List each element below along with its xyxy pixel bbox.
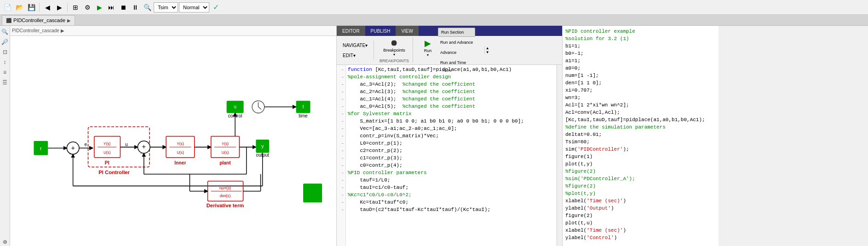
- run-label: Run: [424, 48, 432, 53]
- editor-area: EDITOR PUBLISH VIEW NAVIGATE ▾ EDIT ▾: [337, 26, 562, 246]
- mode-dropdown[interactable]: Normal: [179, 2, 209, 12]
- svg-text:y: y: [261, 143, 264, 149]
- new-btn[interactable]: 📄: [2, 2, 13, 13]
- back-btn[interactable]: ◀: [42, 2, 53, 13]
- breakpoints-btn[interactable]: ⏺ Breakpoints ▾: [380, 37, 408, 58]
- save-btn[interactable]: 💾: [26, 2, 37, 13]
- svg-text:U(s): U(s): [177, 151, 184, 155]
- editor-ribbon: NAVIGATE ▾ EDIT ▾ ⏺ Breakp: [337, 36, 562, 65]
- simulink-icon: ⬛: [6, 18, 11, 23]
- fit-icon[interactable]: ⊡: [1, 48, 9, 56]
- line-numbers: - - - - - - - - - - - - - - - - - - - -: [337, 65, 346, 246]
- svg-rect-52: [303, 183, 322, 202]
- stop-btn[interactable]: ⏹: [118, 2, 129, 13]
- bp-arrow: ▾: [393, 53, 395, 57]
- arrow-icon[interactable]: ↕: [1, 58, 9, 66]
- zoom-btn[interactable]: 🔍: [142, 2, 153, 13]
- main-content: 🔍 🔎 ⊡ ↕ ≡ ☰ ⊕ PIDController_cascade ▶ r: [0, 26, 868, 246]
- check-icon: ✓: [210, 2, 221, 13]
- ln: -: [337, 125, 344, 132]
- nav-arrow: ▾: [365, 43, 368, 48]
- run-arrow: ▾: [427, 53, 429, 57]
- grid-btn[interactable]: ⊞: [70, 2, 81, 13]
- open-btn[interactable]: 📂: [14, 2, 25, 13]
- simulink-tab[interactable]: ⬛ PIDController_cascade ▶: [2, 15, 75, 25]
- bottom-icon[interactable]: ⊕: [1, 238, 9, 246]
- advance-label: Advance: [440, 50, 456, 55]
- sep1: [39, 3, 40, 12]
- layers-icon[interactable]: ☰: [1, 78, 9, 87]
- main-toolbar: 📄 📂 💾 ◀ ▶ ⊞ ⚙ ▶ ⏭ ⏹ ⏸ 🔍 Tsim Normal ✓: [0, 0, 868, 15]
- editor-content: - - - - - - - - - - - - - - - - - - - -: [337, 65, 562, 246]
- code-editor[interactable]: function [Kc,tauI,tauD,tauf]=pidplace(a1…: [346, 65, 557, 246]
- right-panel: %PID controller example %solution for 3.…: [562, 26, 719, 246]
- svg-text:Y(s): Y(s): [222, 142, 229, 146]
- svg-text:u: u: [125, 142, 128, 147]
- sep2: [67, 3, 68, 12]
- ln: -: [337, 199, 344, 206]
- step-btn[interactable]: ⏭: [106, 2, 117, 13]
- hide-icon[interactable]: ≡: [1, 68, 9, 76]
- ln: -: [337, 88, 344, 95]
- navigate-group: NAVIGATE ▾ EDIT ▾: [340, 41, 374, 60]
- svg-text:-: -: [69, 152, 71, 156]
- run-section-label: Run Section: [441, 30, 464, 35]
- bp-btn-group: ⏺ Breakpoints ▾: [380, 37, 408, 58]
- ln: -: [337, 117, 344, 125]
- ln: -: [337, 110, 344, 117]
- svg-text:PI: PI: [105, 160, 109, 165]
- edit-arrow: ▾: [353, 53, 356, 58]
- ribbon-scroll[interactable]: ▲ ▼: [484, 46, 490, 54]
- ln: -: [337, 191, 344, 199]
- canvas-area: PIDController_cascade ▶ r + - PI Contr: [10, 26, 337, 246]
- navigate-label: NAVIGATE: [343, 43, 365, 48]
- view-tab[interactable]: VIEW: [396, 26, 419, 36]
- ln: -: [337, 103, 344, 110]
- breakpoints-icon: ⏺: [390, 38, 398, 48]
- run-btn[interactable]: ▶ Run ▾: [419, 37, 437, 58]
- run-advance-btn[interactable]: Run and Advance: [438, 38, 475, 47]
- ln: -: [337, 95, 344, 103]
- right-code-panel[interactable]: %PID controller example %solution for 3.…: [563, 26, 719, 246]
- svg-text:time: time: [299, 113, 308, 118]
- breakpoints-group: ⏺ Breakpoints ▾ BREAKPOINTS: [379, 37, 413, 63]
- ln: -: [337, 176, 344, 184]
- publish-tab[interactable]: PUBLISH: [365, 26, 396, 36]
- tab-label: PIDController_cascade: [13, 18, 65, 23]
- editor-tab[interactable]: EDITOR: [337, 26, 365, 36]
- settings-btn[interactable]: ⚙: [82, 2, 93, 13]
- play-btn[interactable]: ▶: [94, 2, 105, 13]
- breakpoints-group-label: BREAKPOINTS: [379, 59, 409, 63]
- advance-btn[interactable]: Advance: [438, 48, 475, 57]
- edit-btn[interactable]: EDIT ▾: [340, 51, 370, 60]
- ribbon-content: NAVIGATE ▾ EDIT ▾ ⏺ Breakp: [337, 36, 562, 64]
- navigate-btn[interactable]: NAVIGATE ▾: [340, 41, 370, 50]
- ln: -: [337, 162, 344, 169]
- run-section-btn[interactable]: Run Section: [438, 28, 475, 37]
- left-sidebar: 🔍 🔎 ⊡ ↕ ≡ ☰ ⊕: [0, 26, 10, 246]
- svg-text:r: r: [40, 146, 42, 151]
- svg-text:e: e: [85, 142, 87, 147]
- run-icon: ▶: [425, 38, 431, 48]
- zoom-out-icon[interactable]: 🔎: [1, 38, 9, 46]
- editor-scrollbar[interactable]: [557, 65, 562, 246]
- diagram[interactable]: r + - PI Controller e Y(s) U(s): [10, 36, 336, 246]
- svg-text:u: u: [234, 104, 236, 109]
- run-time-label: Run and Time: [440, 60, 466, 65]
- tab-bar: ⬛ PIDController_cascade ▶: [0, 15, 868, 26]
- zoom-in-icon[interactable]: 🔍: [1, 28, 9, 36]
- svg-text:PI Controller: PI Controller: [98, 170, 130, 175]
- svg-text:den(s): den(s): [220, 194, 231, 198]
- pause-btn[interactable]: ⏸: [130, 2, 141, 13]
- svg-text:plant: plant: [219, 160, 231, 165]
- ln: -: [337, 140, 344, 147]
- right-run-btns: Run Section Run and Advance Advance Run …: [438, 28, 475, 67]
- tab-arrow: ▶: [67, 18, 71, 23]
- forward-btn[interactable]: ▶: [54, 2, 65, 13]
- ln: -: [337, 132, 344, 140]
- svg-text:Y(s): Y(s): [177, 142, 184, 146]
- svg-text:num(s): num(s): [219, 186, 231, 190]
- svg-text:+: +: [142, 143, 146, 150]
- canvas-toolbar: PIDController_cascade ▶: [10, 26, 336, 36]
- sim-time-dropdown[interactable]: Tsim: [154, 2, 178, 12]
